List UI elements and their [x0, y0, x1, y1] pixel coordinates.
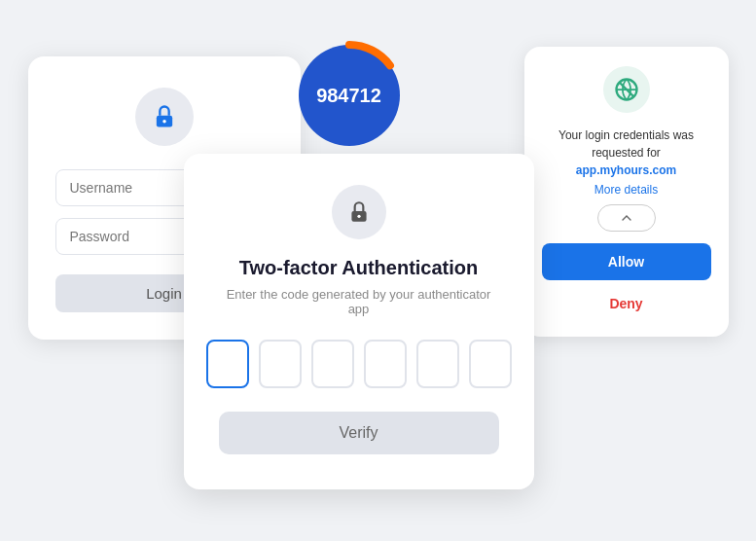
code-input-1[interactable]: [206, 340, 249, 388]
timer-circle: 984712: [291, 37, 408, 154]
globe-icon: [613, 76, 640, 103]
twofa-lock-circle: [332, 185, 386, 239]
twofa-title: Two-factor Authentication: [219, 257, 499, 279]
code-input-3[interactable]: [311, 340, 354, 388]
lock-icon: [151, 103, 178, 130]
code-input-2[interactable]: [259, 340, 302, 388]
lock-icon-circle: [135, 88, 194, 146]
twofa-subtitle: Enter the code generated by your authent…: [219, 287, 499, 316]
allow-button[interactable]: Allow: [542, 243, 711, 280]
notification-message: Your login credentials was requested for…: [542, 126, 711, 179]
code-input-6[interactable]: [469, 340, 512, 388]
globe-icon-circle: [603, 66, 650, 113]
code-inputs: [219, 340, 499, 388]
chevron-up-button[interactable]: [597, 204, 656, 232]
twofa-lock-icon: [346, 199, 372, 225]
svg-point-5: [357, 215, 360, 218]
twofa-card: Two-factor Authentication Enter the code…: [184, 154, 534, 489]
notification-card: Your login credentials was requested for…: [524, 47, 729, 337]
code-input-4[interactable]: [364, 340, 407, 388]
timer-code: 984712: [316, 85, 381, 107]
chevron-up-icon: [619, 210, 634, 226]
more-details-link[interactable]: More details: [542, 183, 711, 197]
verify-button[interactable]: Verify: [219, 412, 499, 454]
deny-button[interactable]: Deny: [542, 288, 711, 319]
svg-point-1: [162, 120, 166, 124]
code-input-5[interactable]: [416, 340, 459, 388]
